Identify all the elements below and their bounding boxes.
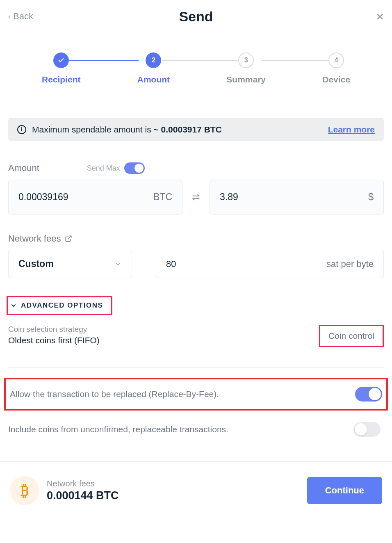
chevron-down-icon xyxy=(114,260,122,268)
svg-line-2 xyxy=(68,236,71,239)
page-title: Send xyxy=(179,9,213,25)
unconfirmed-option-row: Include coins from unconfirmed, replacea… xyxy=(8,416,384,443)
close-button[interactable]: × xyxy=(376,10,384,23)
advanced-options-toggle[interactable]: ADVANCED OPTIONS xyxy=(7,296,112,315)
step-amount[interactable]: 2 Amount xyxy=(137,52,170,84)
step-number: 4 xyxy=(328,52,344,68)
fee-rate-unit: sat per byte xyxy=(326,259,374,269)
rbf-label: Allow the transaction to be replaced (Re… xyxy=(10,389,219,399)
amount-crypto-input[interactable]: 0.00039169 BTC xyxy=(8,180,182,214)
info-icon: i xyxy=(17,125,26,134)
coin-strategy-value: Oldest coins first (FIFO) xyxy=(8,335,100,345)
step-number: 3 xyxy=(238,52,254,68)
fee-rate-input[interactable]: 80 sat per byte xyxy=(156,250,384,278)
swap-icon[interactable] xyxy=(191,192,201,203)
back-button[interactable]: ‹ Back xyxy=(8,11,33,22)
external-link-icon[interactable] xyxy=(65,235,72,242)
step-summary[interactable]: 3 Summary xyxy=(226,52,266,84)
coin-strategy-label: Coin selection strategy xyxy=(8,325,100,334)
max-spendable-banner: i Maximum spendable amount is ~ 0.000391… xyxy=(8,118,384,141)
step-label: Amount xyxy=(137,75,170,84)
step-recipient[interactable]: Recipient xyxy=(42,52,81,84)
fee-strategy-value: Custom xyxy=(18,258,54,269)
footer-fees-label: Network fees xyxy=(47,479,119,488)
amount-fiat-unit: $ xyxy=(368,192,374,203)
fee-strategy-select[interactable]: Custom xyxy=(8,250,132,278)
bitcoin-icon: ₿ xyxy=(10,476,39,505)
network-fees-label: Network fees xyxy=(8,233,61,244)
learn-more-link[interactable]: Learn more xyxy=(328,125,375,135)
stepper: Recipient 2 Amount 3 Summary 4 Device xyxy=(8,52,384,84)
rbf-toggle[interactable] xyxy=(355,387,382,402)
step-number: 2 xyxy=(146,52,161,68)
amount-fiat-input[interactable]: 3.89 $ xyxy=(210,180,384,214)
step-label: Summary xyxy=(226,75,266,84)
step-device[interactable]: 4 Device xyxy=(322,52,350,84)
step-label: Device xyxy=(322,75,350,84)
unconfirmed-label: Include coins from unconfirmed, replacea… xyxy=(8,424,228,434)
amount-label: Amount xyxy=(8,163,39,173)
back-label: Back xyxy=(13,11,33,22)
banner-text: Maximum spendable amount is ~ 0.0003917 … xyxy=(32,125,222,135)
advanced-options-label: ADVANCED OPTIONS xyxy=(21,301,103,310)
amount-crypto-value: 0.00039169 xyxy=(18,192,68,203)
check-icon xyxy=(53,52,69,68)
amount-fiat-value: 3.89 xyxy=(220,192,238,203)
chevron-left-icon: ‹ xyxy=(8,12,11,21)
rbf-option-row: Allow the transaction to be replaced (Re… xyxy=(4,378,388,411)
unconfirmed-toggle[interactable] xyxy=(353,422,381,437)
continue-button[interactable]: Continue xyxy=(307,477,382,504)
chevron-down-icon xyxy=(10,302,17,309)
coin-control-label: Coin control xyxy=(328,331,374,340)
footer-fees-value: 0.000144 BTC xyxy=(47,489,119,502)
send-max-toggle[interactable] xyxy=(124,162,145,174)
close-icon: × xyxy=(376,9,384,24)
step-label: Recipient xyxy=(42,75,81,84)
fee-rate-value: 80 xyxy=(166,259,176,269)
send-max-label: Send Max xyxy=(87,164,120,173)
amount-crypto-unit: BTC xyxy=(153,192,172,203)
coin-control-button[interactable]: Coin control xyxy=(319,325,384,347)
